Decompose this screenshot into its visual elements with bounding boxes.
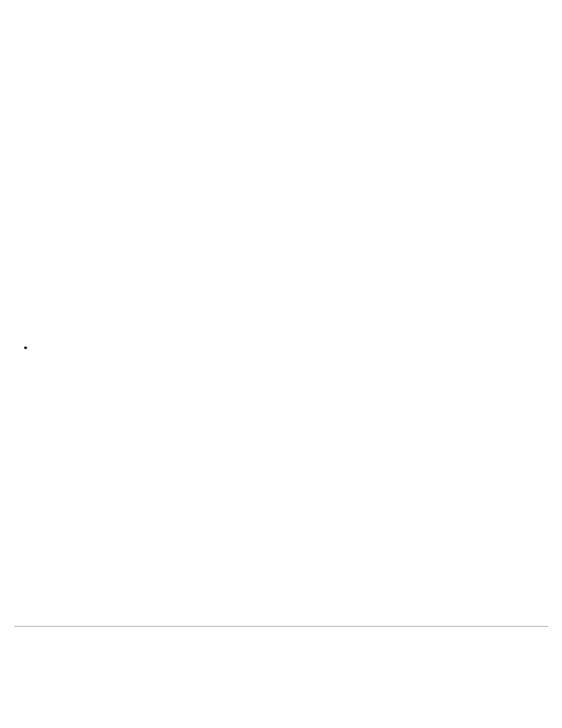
horizontal-rule [14,626,548,627]
list-container [24,248,32,342]
divider-container [14,626,548,627]
